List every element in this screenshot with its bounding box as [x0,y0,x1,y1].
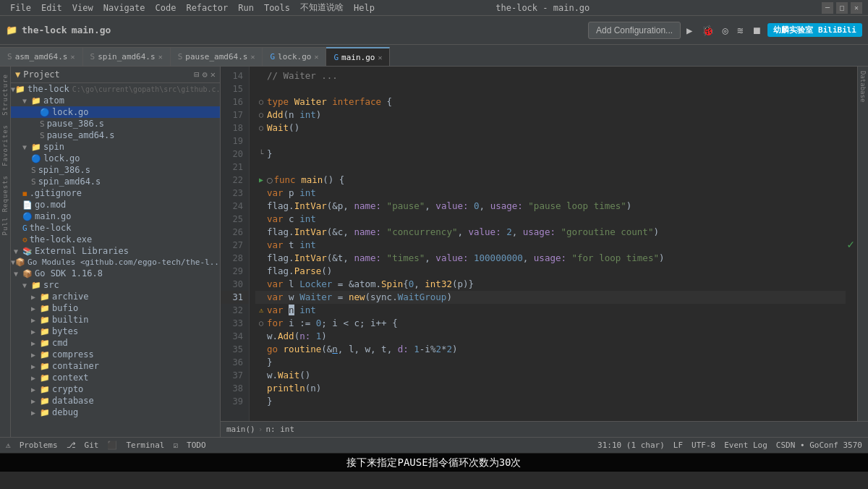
tree-lock-go[interactable]: 🔵 lock.go [11,106,220,118]
tree-spin-amd64[interactable]: S spin_amd64.s [11,176,220,187]
gutter-16[interactable]: ○ [255,95,267,109]
tree-pause-amd64[interactable]: S pause_amd64.s [11,129,220,141]
menu-help[interactable]: Help [349,1,379,14]
close-panel-icon[interactable]: ✕ [210,69,216,80]
stop-icon[interactable]: ⏹ [749,23,765,38]
tree-database[interactable]: ▶ 📁 database [11,395,220,407]
breadcrumb-n[interactable]: n: int [265,425,294,434]
menu-code[interactable]: Code [151,1,181,14]
tree-spin-lock-go[interactable]: 🔵 lock.go [11,153,220,164]
gutter-22[interactable]: ▶ [255,174,267,187]
tree-debug[interactable]: ▶ 📁 debug [11,407,220,418]
ln-33: 33 [221,317,249,330]
tree-spin386[interactable]: S spin_386.s [11,164,220,176]
menu-refactor[interactable]: Refactor [182,1,232,14]
tree-sdk-src[interactable]: ▼ 📁 src [11,279,220,291]
tree-archive[interactable]: ▶ 📁 archive [11,291,220,302]
tree-atom-label: atom [43,95,64,106]
tree-main-go[interactable]: 🔵 main.go [11,211,220,222]
tree-go-modules[interactable]: ▼ 📦 Go Modules <github.com/eggo-tech/the… [11,257,220,268]
tree-the-lock[interactable]: G the-lock [11,222,220,234]
tree-container[interactable]: ▶ 📁 container [11,360,220,372]
tree-the-lock-exe[interactable]: ⚙ the-lock.exe [11,234,220,245]
git-label[interactable]: Git [85,441,99,450]
menu-bar: File Edit View Navigate Code Refactor Ru… [0,0,868,16]
structure-panel-label[interactable]: Structure [1,69,9,120]
tree-bytes[interactable]: ▶ 📁 bytes [11,326,220,337]
code-text-31: var w Waiter = new(sync.WaitGroup) [267,291,846,304]
tab-lock-go[interactable]: G lock.go ✕ [263,47,326,66]
tree-crypto[interactable]: ▶ 📁 crypto [11,383,220,395]
menu-chinese[interactable]: 不知道说啥 [296,0,348,15]
run-icon[interactable]: ▶ [684,23,695,38]
code-editor[interactable]: // Waiter ... ○ type Waiter interface { … [250,67,846,421]
ln-18: 18 [221,122,249,135]
close-button[interactable]: ✕ [851,2,862,14]
tree-atom-folder[interactable]: ▼ 📁 atom [11,95,220,106]
toolbar-file-name: main.go [72,25,111,35]
database-panel-label[interactable]: Database [858,67,868,106]
tree-compress[interactable]: ▶ 📁 compress [11,349,220,360]
debug-icon[interactable]: 🐞 [699,23,717,38]
tree-bufio[interactable]: ▶ 📁 bufio [11,302,220,314]
tree-pause386[interactable]: S pause_386.s [11,118,220,129]
pull-requests-panel-label[interactable]: Pull Requests [1,171,9,239]
tab-close-main[interactable]: ✕ [378,54,382,61]
tab-pause-amd64[interactable]: S pause_amd64.s ✕ [171,47,263,66]
tree-context[interactable]: ▶ 📁 context [11,372,220,383]
tree-bytes-label: bytes [52,326,78,336]
tab-close-lock[interactable]: ✕ [314,53,318,61]
tab-asm-amd64[interactable]: S asm_amd64.s ✕ [0,47,83,66]
tree-cmd[interactable]: ▶ 📁 cmd [11,337,220,349]
menu-run[interactable]: Run [234,1,258,14]
event-log[interactable]: Event Log [724,441,767,450]
gutter-33[interactable]: ○ [255,317,267,330]
editor-content[interactable]: 14 15 16 17 18 19 20 21 22 23 24 25 26 2… [221,67,868,421]
tab-close-spin[interactable]: ✕ [158,53,163,61]
tab-main-go[interactable]: G main.go ✕ [326,47,390,66]
coverage-icon[interactable]: ◎ [720,23,731,38]
ln-23: 23 [221,187,249,200]
code-text-23: var p int [267,187,846,200]
menu-view[interactable]: View [68,1,98,14]
gutter-17[interactable]: ○ [255,109,267,122]
tree-gomod[interactable]: 📄 go.mod [11,199,220,211]
todo-label[interactable]: TODO [187,441,206,450]
gutter-18[interactable]: ○ [255,122,267,135]
maximize-button[interactable]: □ [836,2,848,14]
code-line-17: ○ Add(n int) [255,109,846,122]
tab-close-asm[interactable]: ✕ [70,53,75,61]
tab-close-pause[interactable]: ✕ [250,53,255,61]
terminal-label[interactable]: Terminal [126,441,164,450]
tree-external-libs[interactable]: ▼ 📚 External Libraries [11,245,220,257]
favorites-panel-label[interactable]: Favorites [1,120,9,171]
tab-spin-amd64[interactable]: S spin_amd64.s ✕ [83,47,171,66]
editor-area: 14 15 16 17 18 19 20 21 22 23 24 25 26 2… [221,67,868,437]
gutter-20[interactable]: └ [255,148,267,161]
profile-icon[interactable]: ≋ [734,23,746,38]
tree-builtin[interactable]: ▶ 📁 builtin [11,314,220,326]
show-settings-icon[interactable]: ⚙ [203,69,208,80]
ln-34: 34 [221,330,249,343]
code-line-14: // Waiter ... [255,69,846,82]
add-configuration-button[interactable]: Add Configuration... [588,22,681,39]
tree-go-sdk-label: Go SDK 1.16.8 [35,268,103,278]
ln-26: 26 [221,226,249,239]
tree-gitignore[interactable]: ◼ .gitignore [11,187,220,199]
tree-go-sdk[interactable]: ▼ 📦 Go SDK 1.16.8 [11,268,220,279]
ln-14: 14 [221,69,249,82]
menu-file[interactable]: File [6,1,35,14]
tree-cmd-label: cmd [52,338,68,348]
menu-navigate[interactable]: Navigate [99,1,150,14]
breadcrumb-main[interactable]: main() [226,425,255,434]
tree-root[interactable]: ▼ 📁 the-lock C:\go\current\gopath\src\gi… [11,83,220,95]
tree-spin-folder[interactable]: ▼ 📁 spin [11,141,220,153]
menu-edit[interactable]: Edit [37,1,67,14]
code-text-29: flag.Parse() [267,265,846,278]
problems-label[interactable]: Problems [20,441,58,450]
minimize-button[interactable]: ─ [822,2,833,14]
code-text-35: go routine(&n, l, w, t, d: 1-i%2*2) [267,343,846,356]
menu-tools[interactable]: Tools [260,1,294,14]
ln-16: 16 [221,95,249,109]
collapse-all-icon[interactable]: ⊟ [194,69,199,80]
